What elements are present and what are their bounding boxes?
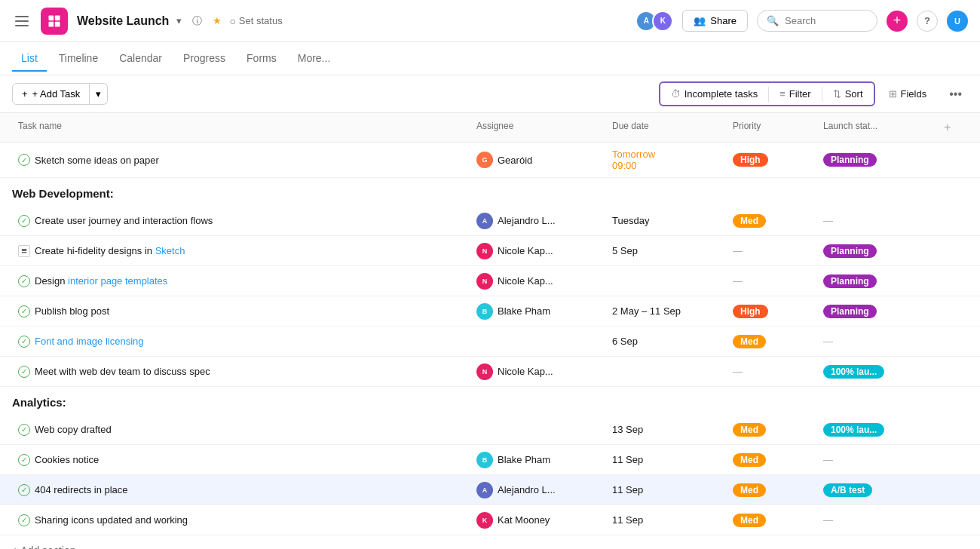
user-avatar[interactable]: U (947, 11, 968, 32)
add-task-dropdown-button[interactable]: ▾ (90, 83, 108, 105)
add-task-button[interactable]: + + Add Task (12, 83, 90, 105)
search-icon: 🔍 (767, 15, 779, 26)
tab-more[interactable]: More... (289, 46, 340, 72)
task-name-label: Create hi-fidelity designs in Sketch (35, 245, 185, 256)
sub-nav: List Timeline Calendar Progress Forms Mo… (0, 42, 980, 75)
assignee-name: Alejandro L... (498, 215, 556, 226)
extra-cell (938, 154, 968, 166)
avatar-group: A K (635, 11, 673, 32)
col-assignee: Assignee (470, 118, 606, 137)
task-icon: ≡ (18, 245, 30, 257)
add-section-button[interactable]: + Add section (0, 535, 980, 549)
task-checkbox[interactable] (18, 215, 30, 227)
task-checkbox[interactable] (18, 484, 30, 496)
tab-list[interactable]: List (12, 46, 47, 72)
priority-dash: — (733, 275, 743, 287)
assignee-avatar: K (476, 512, 493, 529)
assignee-cell: G Gearóid (470, 146, 606, 174)
task-name-label: Web copy drafted (35, 424, 112, 435)
tab-progress[interactable]: Progress (174, 46, 234, 72)
toolbar: + + Add Task ▾ ⏱ Incomplete tasks ≡ Filt… (0, 75, 980, 113)
col-priority: Priority (727, 118, 817, 137)
assignee-name: Nicole Kap... (498, 245, 553, 256)
due-date-value: 5 Sep (612, 245, 638, 256)
task-name-label: Sketch some ideas on paper (35, 155, 159, 166)
task-name-label: 404 redirects in place (35, 484, 128, 495)
assignee-name: Nicole Kap... (498, 275, 553, 287)
add-column-icon[interactable]: + (944, 121, 951, 133)
help-button[interactable]: ? (917, 11, 938, 32)
star-button[interactable]: ★ (210, 12, 225, 29)
divider-2 (822, 87, 822, 102)
tab-forms[interactable]: Forms (237, 46, 286, 72)
status-badge: A/B test (823, 483, 872, 497)
hamburger-menu[interactable] (12, 13, 32, 29)
chevron-down-button[interactable]: ▾ (173, 12, 185, 29)
tab-calendar[interactable]: Calendar (110, 46, 171, 72)
divider-1 (768, 87, 769, 102)
status-dash: — (823, 454, 833, 465)
tab-timeline[interactable]: Timeline (50, 46, 107, 72)
search-input[interactable] (785, 15, 868, 26)
task-checkbox[interactable] (18, 424, 30, 436)
assignee-avatar: A (476, 213, 493, 229)
project-title: Website Launch (77, 14, 169, 28)
set-status-button[interactable]: Set status (229, 15, 282, 27)
info-button[interactable]: ⓘ (189, 11, 205, 31)
sort-button[interactable]: ⇅ Sort (825, 84, 871, 103)
task-checkbox[interactable] (18, 336, 30, 348)
priority-badge: Med (733, 453, 766, 467)
more-options-button[interactable]: ••• (943, 84, 968, 105)
add-task-group: + + Add Task ▾ (12, 83, 108, 105)
status-badge: Planning (823, 244, 877, 258)
task-name-cell: Sketch some ideas on paper (12, 148, 470, 172)
priority-badge: High (733, 153, 768, 167)
fields-button[interactable]: ⊞ Fields (881, 84, 935, 103)
priority-badge: Med (733, 483, 766, 497)
filter-button[interactable]: ≡ Filter (772, 84, 818, 103)
status-badge: Planning (823, 153, 877, 167)
assignee-avatar: N (476, 363, 493, 380)
table-row: Font and image licensing 6 Sep Med — (0, 327, 980, 357)
due-date-value: Tomorrow09:00 (612, 149, 655, 171)
col-add: + (938, 118, 968, 137)
due-date-value: 11 Sep (612, 484, 643, 495)
section-header-analytics: Analytics: (0, 387, 980, 415)
table-row: Create user journey and interaction flow… (0, 206, 980, 236)
share-button[interactable]: 👥 Share (682, 10, 748, 32)
priority-badge: Med (733, 214, 766, 228)
plus-icon: + (22, 88, 28, 100)
status-badge: 100% lau... (823, 365, 884, 379)
svg-rect-2 (49, 21, 54, 26)
task-checkbox[interactable] (18, 275, 30, 287)
assignee-avatar: N (476, 273, 493, 290)
priority-dash: — (733, 366, 743, 377)
fields-icon: ⊞ (889, 88, 897, 100)
assignee-name: Kat Mooney (498, 514, 550, 526)
status-dash: — (823, 514, 833, 526)
task-checkbox[interactable] (18, 305, 30, 317)
add-button[interactable]: + (887, 11, 908, 32)
project-info: Website Launch ▾ ⓘ ★ Set status (77, 11, 283, 31)
search-box: 🔍 (757, 10, 877, 32)
avatar-2[interactable]: K (652, 11, 673, 32)
col-launch-status: Launch stat... (817, 118, 938, 137)
task-checkbox[interactable] (18, 366, 30, 378)
task-checkbox[interactable] (18, 454, 30, 466)
table-row: Meet with web dev team to discuss spec N… (0, 357, 980, 387)
assignee-name: Blake Pham (498, 305, 550, 317)
table-row: Publish blog post BBlake Pham 2 May – 11… (0, 296, 980, 327)
assignee-name: Nicole Kap... (498, 366, 553, 377)
table-row: Cookies notice BBlake Pham 11 Sep Med — (0, 445, 980, 475)
task-checkbox[interactable] (18, 154, 30, 166)
table-row: Sharing icons updated and working KKat M… (0, 505, 980, 535)
col-due-date: Due date (606, 118, 727, 137)
table-container: Task name Assignee Due date Priority Lau… (0, 113, 980, 549)
task-name-label: Publish blog post (35, 305, 109, 317)
task-name-label: Meet with web dev team to discuss spec (35, 366, 210, 377)
status-dash: — (823, 215, 833, 226)
table-row: Sketch some ideas on paper G Gearóid Tom… (0, 143, 980, 178)
incomplete-tasks-button[interactable]: ⏱ Incomplete tasks (663, 84, 766, 103)
task-name-label: Design interior page templates (35, 275, 167, 287)
task-checkbox[interactable] (18, 514, 30, 526)
